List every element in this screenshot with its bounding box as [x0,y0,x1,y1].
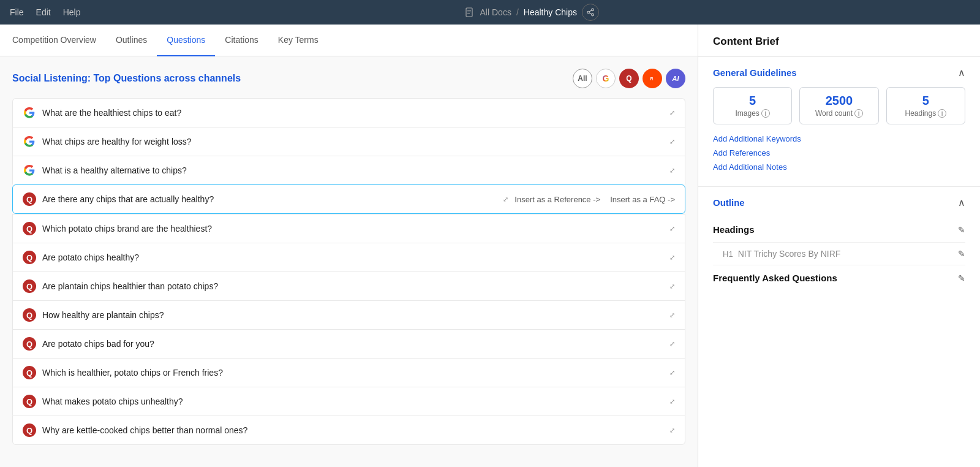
filter-google[interactable]: G [596,69,616,88]
external-link-icon: ⤢ [669,283,675,290]
breadcrumb-separator: / [516,7,519,17]
question-row[interactable]: Q How healthy are plantain chips? ⤢ [12,300,685,329]
headings-label: Headings i [894,109,957,118]
h1-tag: H1 [723,249,733,259]
question-text: Why are kettle-cooked chips better than … [42,425,661,435]
tab-keyterms[interactable]: Key Terms [268,25,328,56]
svg-line-8 [589,10,592,12]
tabs-bar: Competition Overview Outlines Questions … [0,25,698,56]
svg-line-7 [589,13,592,14]
source-icon-quora: Q [23,308,36,322]
external-link-icon: ⤢ [669,138,675,146]
outline-title: Outline [713,197,745,208]
menu-help[interactable]: Help [63,7,81,17]
section-header: Social Listening: Top Questions across c… [12,69,685,88]
question-row[interactable]: What chips are healthy for weight loss? … [12,127,685,156]
share-button[interactable] [582,4,599,21]
source-icon-google [23,106,36,120]
h1-edit-icon[interactable]: ✎ [958,249,965,259]
questions-content: Social Listening: Top Questions across c… [0,56,698,467]
question-text: Are potato chips healthy? [42,252,661,262]
stats-row: 5 Images i 2500 Word count i 5 [713,87,965,124]
source-icon-quora: Q [23,395,36,408]
add-references-link[interactable]: Add References [713,148,965,158]
question-row[interactable]: Q What makes potato chips unhealthy? ⤢ [12,387,685,416]
headings-value: 5 [894,94,957,108]
stat-headings: 5 Headings i [886,87,965,124]
external-link-icon: ⤢ [669,167,675,175]
question-text: What are the healthiest chips to eat? [42,108,661,118]
question-row[interactable]: Q Are potato chips healthy? ⤢ [12,243,685,271]
wordcount-info-icon[interactable]: i [854,109,863,118]
doc-icon [464,7,475,18]
breadcrumb-doc-name: Healthy Chips [524,7,577,17]
filter-quora[interactable]: Q [619,69,639,88]
question-text: What chips are healthy for weight loss? [42,137,661,146]
source-icon-quora: Q [23,251,36,264]
external-link-icon: ⤢ [669,311,675,319]
external-link-icon: ⤢ [669,427,675,435]
add-keywords-link[interactable]: Add Additional Keywords [713,134,965,143]
h1-text: NIT Trichy Scores By NIRF [738,249,841,259]
tab-citations[interactable]: Citations [215,25,268,56]
filter-reddit[interactable]: R [643,69,662,88]
headings-label: Headings [713,224,755,235]
svg-point-4 [592,9,594,10]
question-row[interactable]: What are the healthiest chips to eat? ⤢ [12,98,685,127]
outline-faq: Frequently Asked Questions ✎ [713,265,965,290]
main-layout: Competition Overview Outlines Questions … [0,25,980,467]
general-guidelines-title: General Guidelines [713,67,797,78]
add-notes-link[interactable]: Add Additional Notes [713,162,965,172]
filter-ai[interactable]: AI [666,69,685,88]
external-link-icon: ⤢ [669,109,675,117]
headings-info-icon[interactable]: i [938,109,946,118]
question-text: Which potato chips brand are the healthi… [42,224,661,234]
external-link-icon: ⤢ [503,196,508,203]
menu-file[interactable]: File [10,7,24,17]
breadcrumb-all-docs[interactable]: All Docs [480,7,511,17]
headings-edit-icon[interactable]: ✎ [958,225,965,235]
collapse-outline-button[interactable]: ∧ [958,197,965,208]
collapse-general-guidelines-button[interactable]: ∧ [958,67,965,78]
source-icon-quora: Q [23,366,36,379]
menu-edit[interactable]: Edit [36,7,51,17]
images-value: 5 [721,94,784,108]
question-text: Are potato chips bad for you? [42,339,661,349]
stat-images: 5 Images i [713,87,792,124]
content-brief-title: Content Brief [698,25,980,57]
question-row[interactable]: Q Are plantain chips healthier than pota… [12,271,685,300]
question-text: How healthy are plantain chips? [42,310,661,320]
question-row-active[interactable]: Q Are there any chips that are actually … [12,184,685,214]
images-info-icon[interactable]: i [761,109,770,118]
source-icon-quora: Q [23,423,36,437]
tab-outlines[interactable]: Outlines [106,25,157,56]
faq-label: Frequently Asked Questions [713,273,837,283]
source-icon-google [23,164,36,177]
question-actions: Insert as a Reference -> Insert as a FAQ… [514,195,675,204]
faq-edit-icon[interactable]: ✎ [958,273,965,283]
external-link-icon: ⤢ [669,369,675,377]
insert-as-reference-button[interactable]: Insert as a Reference -> [514,195,600,204]
svg-point-5 [587,11,590,13]
general-guidelines-header: General Guidelines ∧ [713,67,965,78]
tab-questions[interactable]: Questions [157,25,215,56]
source-icon-quora: Q [23,279,36,293]
filter-all[interactable]: All [573,69,592,88]
stat-wordcount: 2500 Word count i [799,87,878,124]
svg-text:R: R [650,77,654,81]
general-guidelines-section: General Guidelines ∧ 5 Images i 2500 Wor… [698,57,980,187]
tab-competition[interactable]: Competition Overview [12,25,106,56]
external-link-icon: ⤢ [669,340,675,348]
source-icon-google [23,135,36,148]
question-row[interactable]: Q Why are kettle-cooked chips better tha… [12,416,685,445]
insert-as-faq-button[interactable]: Insert as a FAQ -> [610,195,675,204]
external-link-icon: ⤢ [669,254,675,262]
question-row[interactable]: Q Which is healthier, potato chips or Fr… [12,358,685,387]
question-row[interactable]: What is a healthy alternative to chips? … [12,156,685,184]
source-icon-quora: Q [23,192,36,206]
external-link-icon: ⤢ [669,398,675,406]
question-row[interactable]: Q Are potato chips bad for you? ⤢ [12,329,685,358]
outline-headings: Headings ✎ [713,217,965,243]
svg-point-6 [592,13,594,16]
question-row[interactable]: Q Which potato chips brand are the healt… [12,214,685,243]
